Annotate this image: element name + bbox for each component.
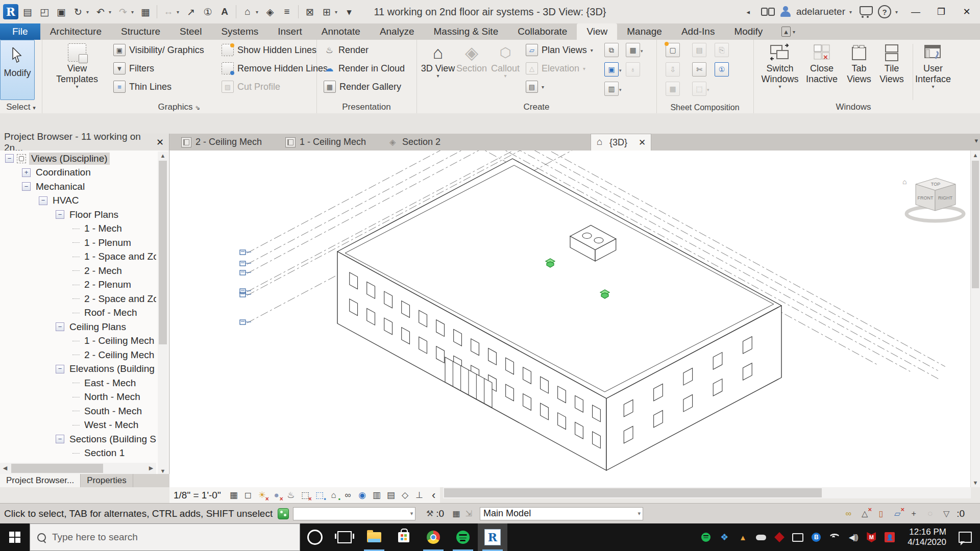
ribbon-tab-file[interactable]: File [0, 23, 40, 40]
tree-item-2-mech[interactable]: 2 - Mech [0, 264, 156, 278]
title-block-icon[interactable]: ▤ [692, 43, 706, 57]
tree-item-ceiling-plans[interactable]: −Ceiling Plans [0, 320, 156, 334]
duplicate-view-icon[interactable]: ⧉ [604, 43, 619, 57]
visual-style-icon[interactable]: ◻ [242, 489, 254, 502]
user-avatar-icon[interactable] [780, 6, 791, 17]
crop-region-icon[interactable]: ⬚• [313, 489, 326, 502]
tree-item-1-plenum[interactable]: 1 - Plenum [0, 236, 156, 250]
app-menu-icon[interactable]: ▤ [20, 4, 35, 19]
tray-dropbox-icon[interactable]: ❖ [719, 532, 730, 543]
tree-item-floor-plans[interactable]: −Floor Plans [0, 208, 156, 222]
taskbar-search[interactable]: Type here to search [30, 523, 300, 551]
ribbon-tab-modify[interactable]: Modify [724, 23, 772, 40]
show-hidden-lines-button[interactable]: Show Hidden Lines [222, 41, 328, 59]
collapse-bar-icon[interactable]: ‹ [428, 489, 440, 502]
guide-grid-icon[interactable]: ▦ [666, 82, 680, 96]
legends-button[interactable]: ▤▾ [526, 78, 593, 96]
cortana-button[interactable] [300, 523, 330, 551]
temporary-hide-isolate-icon[interactable]: ∞ [342, 489, 354, 502]
measure-caret-icon[interactable]: ▾ [177, 9, 182, 15]
schedules-icon[interactable]: ▦ [626, 43, 640, 57]
design-options-icon[interactable]: ◌ [924, 508, 936, 520]
tree-item-west-mech[interactable]: West - Mech [0, 418, 156, 433]
press-drag-icon[interactable]: + [908, 508, 920, 520]
tree-horizontal-scrollbar[interactable]: ◀ ▶ [0, 463, 156, 474]
activate-view-icon[interactable]: ⬚ [692, 82, 706, 96]
text-icon[interactable]: A [217, 4, 232, 19]
tab-list-icon[interactable]: ▾ [974, 137, 978, 144]
revit-logo-icon[interactable]: R [3, 4, 18, 19]
measure-icon[interactable]: ↔ [161, 4, 176, 19]
sun-path-icon[interactable]: ☀× [256, 489, 268, 502]
visibility-graphics-button[interactable]: ▣Visibility/ Graphics [113, 41, 204, 59]
pin-icon[interactable]: ▯ [875, 508, 887, 520]
view-templates-button[interactable]: View Templates▾ [49, 42, 105, 89]
tree-item-views-discipline-[interactable]: −Views (Discipline) [0, 152, 156, 166]
panel-label-select[interactable]: Select ▾ [0, 102, 42, 112]
tray-amd-icon[interactable] [774, 532, 785, 543]
close-inactive-button[interactable]: × Close Inactive [802, 42, 841, 85]
tray-wifi-icon[interactable] [829, 532, 840, 543]
ribbon-tab-steel[interactable]: Steel [170, 23, 211, 40]
tree-vertical-scrollbar[interactable]: ▲ ▼ [158, 152, 168, 475]
tray-mcafee-icon[interactable]: M [866, 532, 877, 543]
plan-views-button[interactable]: ▱Plan Views ▾ [526, 41, 593, 59]
tree-item-2-plenum[interactable]: 2 - Plenum [0, 278, 156, 292]
tab-properties[interactable]: Properties [81, 474, 133, 487]
ribbon-tab-collaborate[interactable]: Collaborate [508, 23, 577, 40]
collapse-arrow-icon[interactable]: ◂ [741, 4, 756, 19]
view-tab-2[interactable]: 1 - Ceiling Mech [280, 134, 371, 151]
action-center-icon[interactable] [959, 532, 972, 543]
tab-views-button[interactable]: Tab Views [843, 42, 875, 85]
section-button[interactable]: ◈ Section [453, 42, 490, 74]
view-tab-close-icon[interactable]: ✕ [639, 137, 646, 148]
undo-icon[interactable]: ↶ [93, 4, 108, 19]
reveal-constraints-icon[interactable]: ⊥ [413, 489, 426, 502]
tree-item-2-ceiling-mech[interactable]: 2 - Ceiling Mech [0, 348, 156, 362]
elevation-button[interactable]: △Elevation ▾ [526, 59, 593, 78]
canvas-horizontal-scrollbar[interactable] [443, 487, 971, 498]
close-hidden-windows-icon[interactable]: ⊠ [302, 4, 317, 19]
tree-item-section-1[interactable]: Section 1 [0, 446, 156, 461]
ribbon-tab-view[interactable]: View [577, 23, 617, 40]
view-list-icon[interactable]: ▥ [604, 82, 619, 96]
switch-windows-qat-caret-icon[interactable]: ▾ [335, 9, 340, 15]
render-button[interactable]: ♨Render [324, 41, 405, 59]
switch-windows-qat-icon[interactable]: ⊞ [319, 4, 334, 19]
viewport-number-icon[interactable]: ① [715, 62, 729, 77]
tree-item-south-mech[interactable]: South - Mech [0, 404, 156, 418]
ribbon-tab-massing-site[interactable]: Massing & Site [424, 23, 508, 40]
tree-item-roof-mech[interactable]: Roof - Mech [0, 306, 156, 320]
tree-item-east-mech[interactable]: East - Mech [0, 376, 156, 390]
synchronize-icon[interactable]: ↻ [70, 4, 86, 19]
locked-3d-icon[interactable]: ⌂▪ [328, 489, 340, 502]
render-in-cloud-button[interactable]: ☁Render in Cloud [324, 59, 405, 78]
switch-windows-button[interactable]: Switch Windows▾ [760, 42, 800, 89]
filters-button[interactable]: ▼Filters [113, 59, 204, 78]
undo-caret-icon[interactable]: ▾ [109, 9, 114, 15]
tree-expander-icon[interactable]: − [39, 196, 47, 205]
ribbon-tab-manage[interactable]: Manage [617, 23, 672, 40]
close-button[interactable]: ✕ [957, 3, 977, 21]
editing-requests-icon[interactable]: ⚒ [424, 508, 436, 520]
tree-item-1-space-and-zon[interactable]: 1 - Space and Zon [0, 250, 156, 264]
cut-profile-button[interactable]: ▨Cut Profile [222, 78, 328, 96]
callout-button[interactable]: ⬡ Callout▾ [487, 42, 524, 78]
exclude-options-icon[interactable]: ▱× [891, 508, 903, 520]
default-3d-view-icon[interactable]: ⌂ [240, 4, 255, 19]
tree-expander-icon[interactable]: − [56, 322, 64, 331]
new-sheet-icon[interactable]: ▢ [666, 43, 680, 57]
search-icon[interactable] [761, 8, 775, 16]
tree-item-sections-building-sec[interactable]: −Sections (Building Sec [0, 432, 156, 446]
modify-button[interactable]: Modify [0, 40, 35, 100]
user-menu-caret-icon[interactable]: ▾ [849, 9, 854, 15]
view-tab-1[interactable]: 2 - Ceiling Mech [176, 134, 267, 151]
tray-power-icon[interactable] [792, 532, 803, 543]
tree-expander-icon[interactable]: + [22, 168, 31, 177]
ribbon-tab-insert[interactable]: Insert [268, 23, 312, 40]
synchronize-caret-icon[interactable]: ▾ [86, 9, 91, 15]
temporary-view-properties-icon[interactable]: ▥ [371, 489, 383, 502]
workset-dropdown[interactable]: ▾ [293, 507, 415, 520]
file-explorer-button[interactable] [359, 523, 389, 551]
reveal-hidden-icon[interactable]: ◉ [356, 489, 369, 502]
